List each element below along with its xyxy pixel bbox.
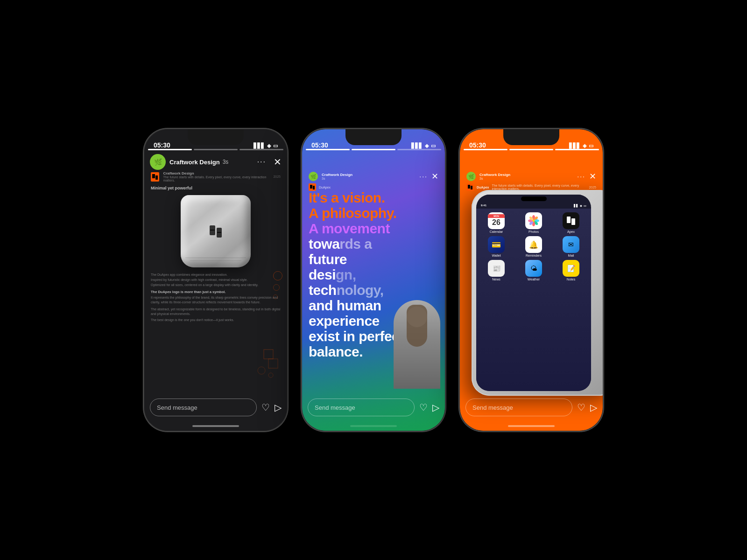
wifi-icon: ◈ [267,143,271,149]
right-button [287,204,288,227]
phone-3-close[interactable]: ✕ [589,171,596,182]
signal-icon-3: ▋▋▋ [569,143,580,149]
phone-1-background: Craftwork Design The future starts with … [144,129,287,431]
calendar-day: 26 [492,218,500,227]
svg-rect-1 [268,359,278,368]
phone-1-send-message[interactable]: Send message [150,399,257,416]
phone-1-time: 05:30 [154,141,170,149]
phone-1-status-icons: ▋▋▋ ◈ ▭ [254,143,278,149]
svg-point-3 [268,373,273,378]
inner-wallpaper: MON 26 Calendar [476,209,591,391]
phone-1-close-button[interactable]: ✕ [274,156,282,168]
news-icon: 📰 [488,260,505,277]
photos-icon [525,212,542,229]
calendar-icon: MON 26 [488,212,505,229]
phone-3-post-info: DuApex The future starts with details. E… [460,182,603,193]
phone-1-user-info: Craftwork Design 3s [169,159,254,166]
phone-3-bottom-bar: Send message ♡ ▷ [460,393,603,431]
phone-3-send-message[interactable]: Send message [465,399,572,416]
signal-icon: ▋▋▋ [254,143,265,149]
weather-icon: 🌤 [525,260,542,277]
power-button [287,204,288,227]
phone-1-like-icon[interactable]: ♡ [261,402,270,413]
apex-icon [563,212,579,229]
wifi-icon-3: ◈ [583,143,586,149]
app-news: 📰 News [479,260,514,281]
phone-2-status-icons: ▋▋▋ ◈ ▭ [411,143,436,149]
svg-rect-0 [264,350,273,359]
app-reminders: 🔔 Reminders [516,236,551,257]
phone-1-username: Craftwork Design [169,159,220,166]
decorative-circles [273,271,282,299]
phone-3: 🌿 Craftwork Design 3s ··· ✕ [459,128,604,432]
phone-1-brand-text: Craftwork Design The future starts with … [163,171,269,182]
reminders-icon: 🔔 [525,236,542,253]
phone-3-inner: 🌿 Craftwork Design 3s ··· ✕ [460,129,603,431]
calendar-month: MON [488,214,505,218]
battery-icon: ▭ [273,143,278,149]
phone-1-subheading: Minimal yet powerful [144,182,287,191]
phone-1-more-dots[interactable]: ··· [257,158,266,166]
app-calendar: MON 26 Calendar [479,212,514,233]
phone-2-close[interactable]: ✕ [431,171,438,182]
notes-icon: 📝 [563,260,579,277]
phone-3-share-icon[interactable]: ▷ [590,402,597,413]
phone-2-small-logo [309,183,316,191]
phone-2-send-message[interactable]: Send message [308,399,415,416]
phones-container: Craftwork Design The future starts with … [0,0,747,560]
phone-1-text-block-3: The abstract, yet recognizable form is d… [144,306,287,324]
phone-1-story-content: Craftwork Design The future starts with … [144,129,287,431]
reminders-label: Reminders [526,254,542,257]
app-wallet: 💳 Wallet [479,236,514,257]
year-text: 2025 [273,175,281,178]
phone-2-post-info: DuApex [302,182,445,193]
phone-3-status-bar: 05:30 ▋▋▋ ◈ ▭ [460,129,603,152]
inner-status-bar: 9:41 ▋▋ ◈ ▭ [476,202,591,209]
app-weather: 🌤 Weather [516,260,551,281]
inner-signal: ▋▋ [574,204,578,207]
phone-3-header-actions: ··· ✕ [577,171,596,182]
phone-2-more-dots[interactable]: ··· [419,173,428,180]
weather-label: Weather [528,278,540,281]
phone-1-story-header: 🌿 Craftwork Design 3s ··· ✕ [144,152,287,172]
phone-2-header-actions: ··· ✕ [419,171,438,182]
dynamic-island [521,196,547,201]
inner-iphone-wrapper: 9:41 ▋▋ ◈ ▭ [472,190,603,396]
phone-2-brand: Craftwork Design 3s [322,173,352,180]
phone-3-time: 05:30 [469,141,486,149]
notes-label: Notes [567,278,575,281]
photos-label: Photos [529,230,539,233]
phone-3-avatar-icon: 🌿 [466,172,476,181]
inner-iphone-screen: 9:41 ▋▋ ◈ ▭ [476,195,591,391]
phone-3-story-content: 🌿 Craftwork Design 3s ··· ✕ [460,129,603,431]
battery-icon-3: ▭ [589,143,593,149]
phone-1-inner: Craftwork Design The future starts with … [144,129,287,431]
silver-bag-container [144,195,287,267]
phone-2-bottom-bar: Send message ♡ ▷ [302,393,445,431]
phone-2-share-icon[interactable]: ▷ [432,402,439,413]
duapex-logo [151,172,159,182]
apex-label: Apex [567,230,575,233]
phone-2-avatar-icon: 🌿 [309,172,318,181]
phone-3-background: 🌿 Craftwork Design 3s ··· ✕ [460,129,603,431]
battery-icon-2: ▭ [431,143,436,149]
phone-3-like-icon[interactable]: ♡ [577,402,585,413]
svg-point-2 [258,367,265,374]
phone-2-status-bar: 05:30 ▋▋▋ ◈ ▭ [302,129,445,152]
news-label: News [492,278,500,281]
phone-3-more-dots[interactable]: ··· [577,173,585,180]
silver-bag [181,195,251,267]
person-figure [394,300,440,389]
phone-1-story-time: 3s [223,159,229,165]
phone-1-text-block-2: The DuApex logo is more than just a symb… [144,289,287,306]
phone-2-story-content: 🌿 Craftwork Design 3s ··· ✕ [302,129,445,431]
figure-hair [407,305,427,347]
inner-status-icons: ▋▋ ◈ ▭ [574,204,586,207]
phone-1-bottom-bar: Send message ♡ ▷ [144,393,287,431]
phone-2-like-icon[interactable]: ♡ [419,402,428,413]
inner-iphone-shell: 9:41 ▋▋ ◈ ▭ [472,190,603,396]
calendar-label: Calendar [490,230,503,233]
phone-1-share-icon[interactable]: ▷ [275,402,282,413]
phone-2-inner: 🌿 Craftwork Design 3s ··· ✕ [302,129,445,431]
orange-geometric [254,345,282,384]
